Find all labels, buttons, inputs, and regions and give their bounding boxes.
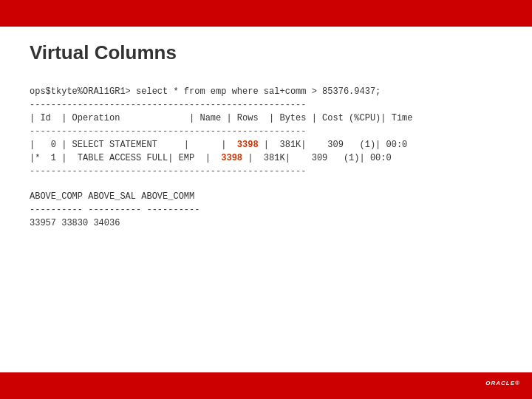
prompt-text: ops$tkyte%ORAl1GR1> select * — [30, 86, 184, 97]
from-keyword: from — [184, 86, 205, 97]
divider-3: ----------------------------------------… — [30, 165, 502, 178]
prompt-text-2: emp where sal+comm > 85376.9437; — [205, 86, 381, 97]
data-row-0: | 0 | SELECT STATEMENT | | 3398 | 381K| … — [30, 138, 502, 151]
content-area: Virtual Columns ops$tkyte%ORAl1GR1> sele… — [0, 27, 532, 372]
column-header-row: | Id | Operation | Name | Rows | Bytes |… — [30, 112, 502, 125]
divider-2: ----------------------------------------… — [30, 125, 502, 138]
page-title: Virtual Columns — [30, 41, 502, 64]
row1-rows-value: 3398 — [221, 153, 242, 163]
bottom-bar: ORACLE® — [0, 372, 532, 399]
oracle-label-text: ORACLE — [485, 380, 515, 386]
terminal-block: ops$tkyte%ORAl1GR1> select * from emp wh… — [30, 85, 502, 230]
row0-rows-value: 3398 — [237, 140, 259, 150]
top-bar — [0, 0, 532, 27]
registered-mark: ® — [515, 380, 520, 386]
oracle-logo: ORACLE® — [485, 380, 520, 391]
result-col-names: ABOVE_COMP ABOVE_SAL ABOVE_COMM — [30, 190, 502, 203]
result-col-dashes: ---------- ---------- ---------- — [30, 203, 502, 216]
data-row-1: |* 1 | TABLE ACCESS FULL| EMP | 3398 | 3… — [30, 151, 502, 165]
result-data-row: 33957 33830 34036 — [30, 216, 502, 230]
prompt-line: ops$tkyte%ORAl1GR1> select * from emp wh… — [30, 85, 502, 98]
divider-1: ----------------------------------------… — [30, 98, 502, 112]
